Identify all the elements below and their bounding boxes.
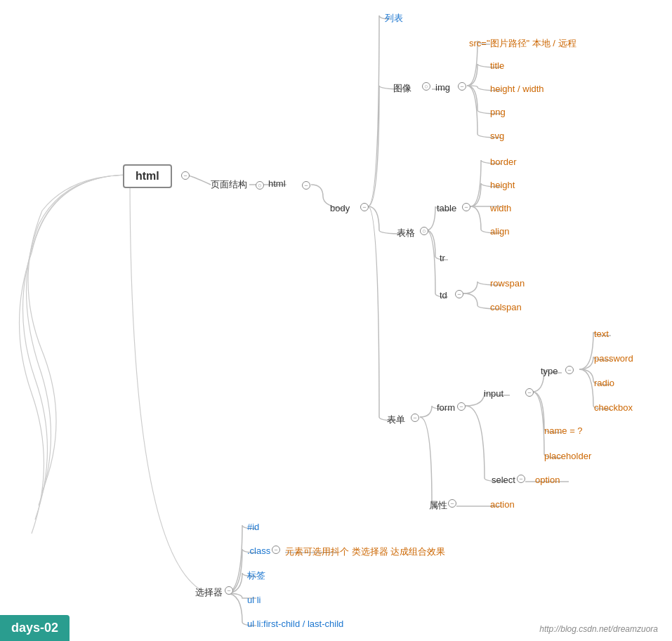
collapse-td[interactable]: − bbox=[455, 290, 463, 298]
node-checkbox: checkbox bbox=[594, 402, 633, 413]
collapse-select[interactable]: − bbox=[517, 475, 525, 483]
node-type: type bbox=[541, 366, 558, 376]
collapse-属性[interactable]: − bbox=[448, 499, 456, 508]
node-align-t: align bbox=[490, 226, 509, 237]
node-option: option bbox=[535, 475, 560, 485]
collapse-页面结构[interactable]: ○ bbox=[256, 181, 264, 190]
node-class-sel: .class bbox=[247, 546, 270, 556]
node-select: select bbox=[492, 475, 515, 485]
node-name-eq: name = ? bbox=[544, 425, 583, 436]
days-badge: days-02 bbox=[0, 615, 70, 641]
mindmap-container: html − 页面结构 ○ html − body − 列表 图像 ○ img … bbox=[0, 0, 672, 641]
node-rowspan: rowspan bbox=[490, 278, 525, 289]
collapse-选择器[interactable]: − bbox=[225, 586, 233, 595]
node-png: png bbox=[490, 107, 506, 117]
node-password: password bbox=[594, 353, 633, 364]
node-页面结构: 页面结构 bbox=[211, 178, 247, 191]
collapse-body[interactable]: − bbox=[360, 203, 369, 211]
node-border: border bbox=[490, 157, 517, 167]
node-width-t: width bbox=[490, 203, 511, 213]
node-td: td bbox=[440, 290, 447, 300]
collapse-img[interactable]: − bbox=[458, 82, 466, 91]
node-title-img: title bbox=[490, 60, 504, 71]
node-id-sel: #id bbox=[247, 522, 259, 532]
node-列表: 列表 bbox=[385, 12, 403, 25]
collapse-表单[interactable]: − bbox=[411, 414, 419, 422]
collapse-table[interactable]: − bbox=[462, 203, 470, 211]
node-tr: tr bbox=[440, 253, 445, 263]
node-选择器: 选择器 bbox=[195, 586, 223, 599]
node-ul-li-fc: ul li:first-child / last-child bbox=[247, 619, 343, 629]
root-node: html bbox=[123, 164, 172, 188]
node-img: img bbox=[435, 82, 450, 93]
node-body: body bbox=[330, 203, 350, 213]
collapse-html[interactable]: − bbox=[302, 181, 310, 190]
node-colspan: colspan bbox=[490, 302, 522, 312]
node-text-t: text bbox=[594, 329, 609, 339]
node-ul-li: ul li bbox=[247, 595, 261, 605]
node-height-t: height bbox=[490, 180, 515, 190]
collapse-form[interactable]: − bbox=[457, 402, 466, 411]
node-标签-sel: 标签 bbox=[247, 569, 265, 582]
node-class-desc: 元素可选用抖个 类选择器 达成组合效果 bbox=[285, 546, 445, 558]
root-collapse-btn[interactable]: − bbox=[181, 171, 190, 180]
node-table: table bbox=[437, 203, 456, 213]
bottom-url: http://blog.csdn.net/dreamzuora bbox=[539, 624, 658, 634]
node-src: src="图片路径" 本地 / 远程 bbox=[469, 37, 577, 50]
node-radio: radio bbox=[594, 378, 614, 388]
node-hw: height / width bbox=[490, 84, 544, 94]
collapse-type[interactable]: − bbox=[565, 366, 574, 374]
collapse-图像[interactable]: ○ bbox=[422, 82, 430, 91]
node-表单: 表单 bbox=[387, 414, 405, 426]
node-图像: 图像 bbox=[393, 82, 411, 95]
collapse-表格[interactable]: ○ bbox=[420, 227, 428, 235]
node-input: input bbox=[484, 388, 503, 399]
node-form: form bbox=[437, 402, 455, 413]
root-label: html bbox=[136, 170, 159, 182]
collapse-class[interactable]: − bbox=[272, 546, 280, 554]
node-属性: 属性 bbox=[429, 499, 447, 512]
node-html-tag: html bbox=[268, 178, 286, 189]
collapse-input[interactable]: − bbox=[525, 388, 534, 397]
node-action: action bbox=[490, 499, 515, 510]
node-svg: svg bbox=[490, 131, 504, 141]
node-placeholder: placeholder bbox=[544, 451, 591, 461]
node-表格: 表格 bbox=[397, 227, 415, 239]
